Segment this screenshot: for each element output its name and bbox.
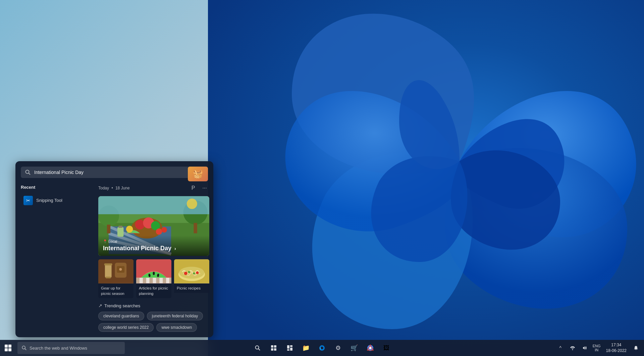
search-input[interactable]	[34, 170, 204, 175]
svg-rect-38	[150, 278, 153, 283]
svg-point-17	[161, 227, 167, 233]
trending-tag-1[interactable]: juneteenth federal holiday	[147, 312, 203, 320]
tray-language[interactable]: ENG IN	[591, 344, 602, 352]
search-panel: 🧺 Recent ✂ Snipping Tool Today • 18 June…	[15, 161, 213, 337]
tray-chevron-icon[interactable]: ^	[555, 343, 566, 353]
trending-tags-container: cleveland guardians juneteenth federal h…	[98, 312, 209, 332]
more-options-icon[interactable]: ···	[200, 183, 209, 193]
hero-card[interactable]: 📍 Local International Picnic Day ›	[98, 196, 209, 256]
svg-line-50	[25, 349, 26, 350]
sub-card-gear-label: Gear up for picnic season	[98, 283, 133, 298]
sub-card-gear[interactable]: Gear up for picnic season	[98, 259, 133, 298]
taskbar: Search the web and Windows 📁	[0, 340, 644, 356]
dot-separator: •	[111, 186, 114, 190]
taskbar-fileexplorer-button[interactable]: 📁	[299, 341, 313, 355]
taskbar-taskview-button[interactable]	[266, 341, 281, 355]
tray-network-icon[interactable]	[567, 343, 578, 353]
trending-section: ↗ Trending searches cleveland guardians …	[98, 303, 209, 332]
panel-banner-image: 🧺	[188, 167, 208, 181]
svg-rect-36	[136, 278, 140, 283]
hero-tag-text: Local	[108, 239, 117, 243]
sub-card-articles-image	[136, 259, 171, 283]
taskbar-settings-button[interactable]: ⚙	[331, 341, 345, 355]
trending-header: ↗ Trending searches	[98, 303, 209, 308]
svg-rect-35	[136, 278, 171, 283]
taskbar-search-text: Search the web and Windows	[30, 346, 87, 351]
svg-rect-55	[271, 348, 273, 351]
svg-rect-59	[290, 348, 292, 351]
wallpaper-bloom	[208, 0, 644, 356]
taskbar-microsoft-store-button[interactable]: 🛒	[347, 341, 362, 355]
svg-point-47	[188, 271, 190, 273]
tray-volume-icon[interactable]	[579, 343, 590, 353]
trending-tag-2[interactable]: college world series 2022	[98, 323, 154, 332]
svg-point-30	[119, 268, 122, 271]
tray-language-text: ENG	[593, 344, 601, 348]
taskbar-widgets-button[interactable]	[282, 341, 297, 355]
svg-point-49	[22, 346, 25, 349]
taskbar-search-box[interactable]: Search the web and Windows	[17, 342, 125, 354]
search-bar[interactable]	[21, 167, 208, 178]
windows-logo-icon	[5, 345, 11, 351]
svg-rect-26	[104, 263, 112, 265]
trending-tag-3[interactable]: wwe smackdown	[156, 323, 197, 332]
trending-up-icon: ↗	[98, 303, 102, 308]
bing-action-icon[interactable]: P	[189, 183, 198, 193]
recent-title: Recent	[21, 185, 89, 190]
svg-point-23	[187, 198, 197, 209]
search-icon	[25, 169, 31, 175]
start-button[interactable]	[0, 340, 16, 356]
svg-rect-27	[106, 277, 111, 278]
svg-rect-40	[163, 278, 166, 283]
svg-rect-57	[287, 345, 289, 349]
svg-point-1	[26, 170, 29, 173]
svg-rect-20	[194, 223, 197, 233]
taskbar-chrome-button[interactable]	[363, 341, 378, 355]
date-label: Today • 18 June	[98, 186, 130, 190]
taskbar-search-button[interactable]	[250, 341, 265, 355]
sub-card-recipes-label: Picnic recipes	[174, 283, 209, 293]
svg-line-2	[29, 173, 31, 175]
sub-card-recipes[interactable]: Picnic recipes	[174, 259, 209, 298]
svg-rect-54	[274, 345, 276, 348]
sub-card-articles[interactable]: Articles for picnic planning	[136, 259, 171, 298]
today-text: Today	[98, 186, 109, 190]
svg-rect-60	[287, 349, 289, 351]
taskbar-center-icons: 📁 ⚙ 🛒 🖼	[250, 341, 394, 355]
svg-point-46	[196, 271, 199, 274]
svg-point-45	[184, 272, 187, 275]
svg-rect-37	[143, 278, 146, 283]
recent-item-snipping-tool[interactable]: ✂ Snipping Tool	[21, 194, 89, 207]
svg-point-62	[369, 347, 372, 349]
svg-point-48	[193, 272, 195, 274]
taskbar-photos-button[interactable]: 🖼	[379, 341, 394, 355]
hero-arrow-icon: ›	[174, 246, 176, 251]
taskbar-search-icon	[21, 345, 27, 351]
clock-time: 17:34	[611, 342, 621, 348]
taskbar-edge-button[interactable]	[315, 341, 329, 355]
hero-overlay: 📍 Local International Picnic Day ›	[98, 235, 209, 256]
sub-card-recipes-image	[174, 259, 209, 283]
date-text: 18 June	[115, 186, 130, 190]
svg-point-16	[156, 228, 162, 235]
trending-title: Trending searches	[104, 303, 140, 308]
system-clock[interactable]: 17:34 18-06-2022	[603, 342, 629, 354]
tray-notification-icon[interactable]	[631, 343, 641, 353]
snipping-tool-icon: ✂	[23, 196, 33, 205]
content-actions: P ···	[189, 183, 209, 193]
sub-cards-grid: Gear up for picnic season	[98, 259, 209, 298]
panel-header: 🧺	[15, 161, 213, 181]
svg-rect-21	[107, 225, 110, 233]
recent-sidebar: Recent ✂ Snipping Tool	[15, 181, 94, 337]
svg-rect-25	[105, 264, 112, 278]
trending-tag-0[interactable]: cleveland guardians	[98, 312, 144, 320]
sub-card-articles-label: Articles for picnic planning	[136, 283, 171, 298]
svg-point-13	[126, 226, 133, 233]
svg-point-63	[572, 349, 573, 350]
taskbar-tray: ^ ENG IN 17:34 18-06-2022	[555, 342, 644, 354]
date-bar: Today • 18 June P ···	[98, 183, 209, 193]
svg-line-52	[259, 349, 260, 351]
tray-region-text: IN	[595, 348, 598, 352]
svg-rect-41	[169, 278, 171, 283]
svg-rect-39	[156, 278, 159, 283]
